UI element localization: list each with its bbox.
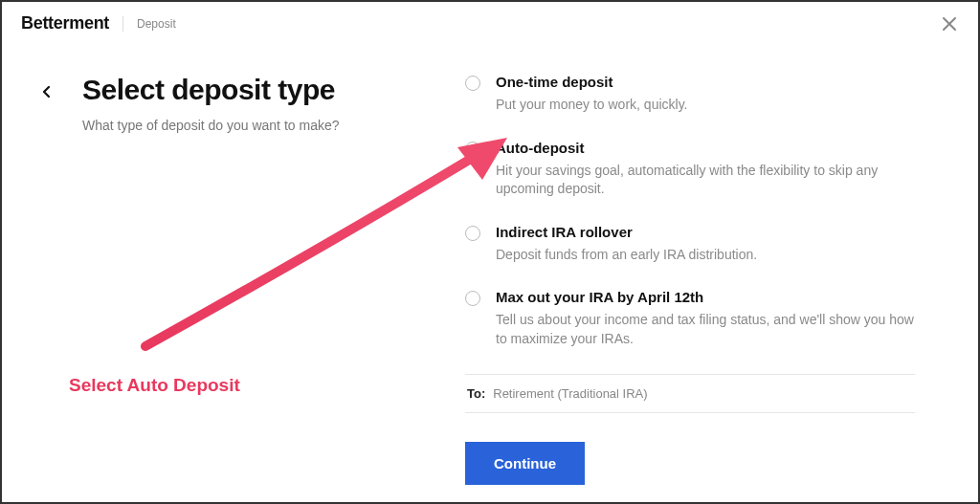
- option-title: Max out your IRA by April 12th: [496, 289, 915, 305]
- left-column: Select deposit type What type of deposit…: [82, 74, 436, 485]
- to-value: Retirement (Traditional IRA): [493, 386, 647, 401]
- radio-icon[interactable]: [465, 142, 480, 157]
- continue-button[interactable]: Continue: [465, 442, 585, 485]
- radio-icon[interactable]: [465, 226, 480, 241]
- option-body: One-time deposit Put your money to work,…: [496, 74, 915, 115]
- radio-icon[interactable]: [465, 291, 480, 306]
- option-desc: Deposit funds from an early IRA distribu…: [496, 246, 915, 265]
- option-title: One-time deposit: [496, 74, 915, 90]
- to-row[interactable]: To: Retirement (Traditional IRA): [465, 374, 915, 413]
- option-body: Max out your IRA by April 12th Tell us a…: [496, 289, 915, 348]
- main: Select deposit type What type of deposit…: [2, 43, 978, 485]
- breadcrumb: Deposit: [137, 17, 176, 31]
- to-label: To:: [467, 386, 485, 401]
- option-indirect-ira-rollover[interactable]: Indirect IRA rollover Deposit funds from…: [465, 224, 915, 265]
- option-title: Auto-deposit: [496, 140, 915, 156]
- header: Betterment Deposit: [2, 2, 978, 43]
- option-max-out-ira[interactable]: Max out your IRA by April 12th Tell us a…: [465, 289, 915, 348]
- right-column: One-time deposit Put your money to work,…: [456, 74, 915, 485]
- page-subtitle: What type of deposit do you want to make…: [82, 118, 427, 133]
- option-auto-deposit[interactable]: Auto-deposit Hit your savings goal, auto…: [465, 140, 915, 199]
- back-arrow-icon[interactable]: [40, 74, 63, 485]
- logo: Betterment: [21, 13, 109, 33]
- option-body: Indirect IRA rollover Deposit funds from…: [496, 224, 915, 265]
- option-body: Auto-deposit Hit your savings goal, auto…: [496, 140, 915, 199]
- header-divider: [122, 16, 123, 32]
- radio-icon[interactable]: [465, 76, 480, 91]
- close-icon[interactable]: [940, 14, 959, 33]
- option-desc: Tell us about your income and tax filing…: [496, 311, 915, 348]
- option-desc: Put your money to work, quickly.: [496, 96, 915, 115]
- option-title: Indirect IRA rollover: [496, 224, 915, 240]
- page-title: Select deposit type: [82, 74, 427, 106]
- header-left: Betterment Deposit: [21, 13, 176, 33]
- option-desc: Hit your savings goal, automatically wit…: [496, 162, 915, 199]
- option-one-time-deposit[interactable]: One-time deposit Put your money to work,…: [465, 74, 915, 115]
